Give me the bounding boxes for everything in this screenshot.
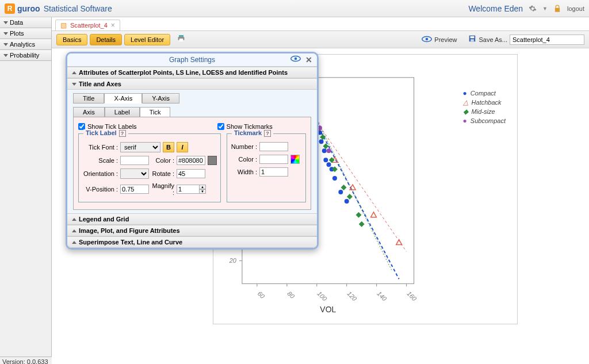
- svg-point-55: [294, 58, 297, 60]
- close-icon[interactable]: ×: [111, 22, 115, 29]
- section-body-title-axes: Title X-Axis Y-Axis Axis Label Tick Show…: [67, 90, 317, 213]
- level-editor-button[interactable]: Level Editor: [124, 34, 170, 45]
- legend-item: ●Subcompact: [463, 117, 506, 125]
- dialog-title-bar[interactable]: Graph Settings ✕: [67, 53, 317, 67]
- gear-icon[interactable]: [529, 5, 537, 13]
- width-input[interactable]: [259, 167, 288, 177]
- svg-point-31: [323, 158, 328, 162]
- chevron-down-icon: [72, 83, 77, 86]
- tab-label: Scatterplot_4: [70, 22, 108, 29]
- close-icon[interactable]: ✕: [305, 55, 312, 64]
- section-superimpose[interactable]: Superimpose Text, Line and Curve: [67, 236, 317, 248]
- logo-mark: R: [5, 3, 15, 14]
- italic-button[interactable]: I: [177, 142, 188, 152]
- color-swatch[interactable]: [208, 156, 217, 165]
- saveas-input[interactable]: [510, 35, 584, 45]
- print-icon[interactable]: [176, 34, 186, 45]
- welcome-text: Welcome Eden: [468, 4, 523, 13]
- dialog-title-text: Graph Settings: [169, 56, 215, 64]
- svg-point-1: [426, 37, 429, 40]
- sidebar-item-plots[interactable]: Plots: [0, 28, 51, 39]
- svg-text:VOL: VOL: [320, 305, 336, 314]
- save-icon[interactable]: [468, 35, 476, 45]
- svg-rect-4: [471, 39, 475, 41]
- spinner-up-button[interactable]: ▲: [199, 185, 206, 189]
- tab-scatterplot[interactable]: ▧ Scatterplot_4 ×: [55, 20, 120, 30]
- rotate-label: Rotate :: [151, 170, 174, 177]
- svg-text:80: 80: [286, 290, 296, 300]
- help-icon[interactable]: ?: [264, 130, 271, 137]
- bold-button[interactable]: B: [163, 142, 174, 152]
- legend-item: △Hatchback: [463, 98, 506, 106]
- color-picker-icon[interactable]: [290, 155, 300, 164]
- scale-input[interactable]: [120, 156, 149, 165]
- top-bar: R guroo Statistical Software Welcome Ede…: [0, 0, 589, 17]
- color-input[interactable]: [177, 156, 205, 165]
- eye-icon[interactable]: [290, 55, 301, 64]
- section-label: Title and Axes: [79, 81, 121, 87]
- svg-point-53: [327, 148, 331, 153]
- tab-strip: ▧ Scatterplot_4 ×: [52, 17, 589, 31]
- chevron-up-icon: [72, 71, 77, 74]
- lock-icon: [553, 5, 561, 13]
- eye-icon[interactable]: [422, 35, 432, 45]
- section-title-axes[interactable]: Title and Axes: [67, 78, 317, 90]
- chevron-down-icon: [3, 21, 8, 24]
- logo-text: guroo: [17, 4, 40, 13]
- tick-form-panel: Show Tick Labels Show Tickmarks Tick Lab…: [73, 117, 311, 210]
- subtab-axis[interactable]: Axis: [73, 107, 105, 117]
- svg-marker-49: [347, 194, 353, 200]
- sidebar-item-data[interactable]: Data: [0, 17, 51, 28]
- logo: R guroo: [5, 3, 40, 14]
- tab-yaxis[interactable]: Y-Axis: [142, 93, 179, 104]
- color-label: Color :: [151, 157, 174, 164]
- svg-text:120: 120: [346, 290, 358, 302]
- chevron-down-icon: [3, 32, 8, 35]
- tickmark-color-input[interactable]: [259, 155, 288, 164]
- chevron-up-icon: [72, 218, 77, 221]
- basics-button[interactable]: Basics: [56, 34, 87, 45]
- section-label: Attributes of Scatterplot Points, LS Lin…: [79, 69, 288, 76]
- orientation-select[interactable]: [120, 168, 149, 179]
- subtab-label[interactable]: Label: [105, 107, 140, 117]
- vposition-input[interactable]: [120, 185, 149, 194]
- svg-point-34: [332, 176, 337, 181]
- tab-title[interactable]: Title: [73, 93, 104, 104]
- svg-marker-45: [323, 143, 328, 149]
- sidebar-item-probability[interactable]: Probability: [0, 50, 51, 61]
- sidebar-item-analytics[interactable]: Analytics: [0, 39, 51, 50]
- svg-text:60: 60: [256, 290, 266, 300]
- tick-font-label: Tick Font :: [82, 144, 118, 151]
- tab-xaxis[interactable]: X-Axis: [104, 93, 142, 104]
- svg-marker-50: [356, 212, 362, 218]
- tick-font-select[interactable]: serif: [120, 142, 160, 152]
- section-label: Legend and Grid: [79, 216, 129, 223]
- toolbar: Basics Details Level Editor Preview Save…: [52, 31, 589, 48]
- fieldset-legend: Tick Label: [86, 129, 117, 136]
- svg-text:100: 100: [316, 290, 328, 302]
- chart-icon: ▧: [60, 21, 67, 29]
- width-label: Width :: [231, 168, 257, 175]
- ticklabel-fieldset: Tick Label? Tick Font : serif B I Scale …: [78, 133, 221, 202]
- help-icon[interactable]: ?: [119, 130, 126, 137]
- section-attributes[interactable]: Attributes of Scatterplot Points, LS Lin…: [67, 67, 317, 78]
- number-input[interactable]: [259, 142, 288, 151]
- spinner-down-button[interactable]: ▼: [199, 189, 206, 194]
- svg-text:20: 20: [229, 257, 236, 264]
- legend-item: ●Compact: [463, 89, 506, 97]
- number-label: Number :: [231, 143, 257, 150]
- logout-link[interactable]: logout: [567, 5, 584, 12]
- details-button[interactable]: Details: [90, 34, 122, 45]
- rotate-input[interactable]: [177, 169, 205, 178]
- dropdown-icon[interactable]: ▼: [542, 6, 548, 12]
- preview-label[interactable]: Preview: [434, 36, 457, 43]
- vposition-label: V-Position :: [82, 186, 118, 193]
- app-title: Statistical Software: [44, 4, 112, 13]
- svg-rect-3: [471, 36, 475, 37]
- section-image-plot[interactable]: Image, Plot, and Figure Attributes: [67, 225, 317, 236]
- svg-marker-48: [341, 185, 347, 190]
- subtab-tick[interactable]: Tick: [140, 107, 171, 117]
- section-legend-grid[interactable]: Legend and Grid: [67, 213, 317, 225]
- magnify-input[interactable]: [177, 185, 200, 194]
- graph-settings-dialog: Graph Settings ✕ Attributes of Scatterpl…: [66, 52, 319, 250]
